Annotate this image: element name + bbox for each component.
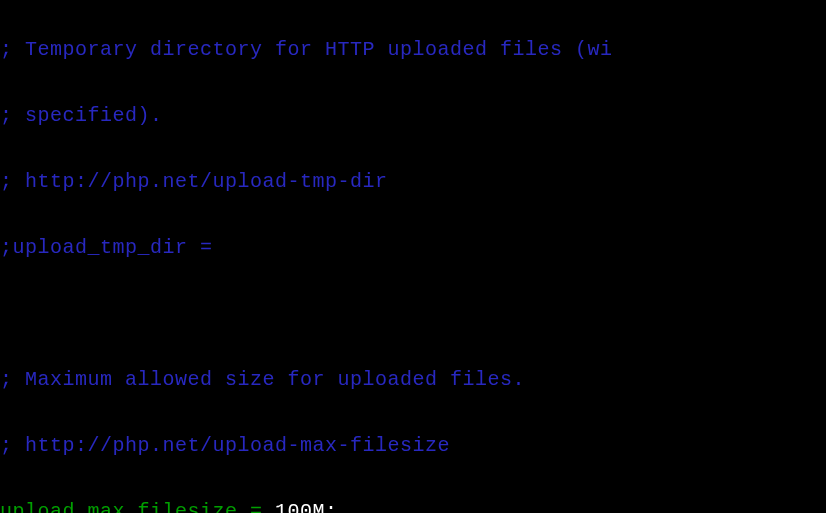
comment-line: ; http://php.net/upload-tmp-dir: [0, 165, 826, 198]
comment-line: ; specified).: [0, 99, 826, 132]
comment-line: ;upload_tmp_dir =: [0, 231, 826, 264]
setting-line-upload-max-filesize: upload_max_filesize = 100M;: [0, 495, 826, 513]
terminal-editor[interactable]: ; Temporary directory for HTTP uploaded …: [0, 0, 826, 513]
comment-line: ; Temporary directory for HTTP uploaded …: [0, 33, 826, 66]
setting-value: 100M: [275, 500, 325, 513]
comment-line: ; http://php.net/upload-max-filesize: [0, 429, 826, 462]
semicolon: ;: [325, 500, 338, 513]
blank-line: [0, 297, 826, 330]
equals-sign: =: [238, 500, 276, 513]
comment-line: ; Maximum allowed size for uploaded file…: [0, 363, 826, 396]
setting-key: upload_max_filesize: [0, 500, 238, 513]
